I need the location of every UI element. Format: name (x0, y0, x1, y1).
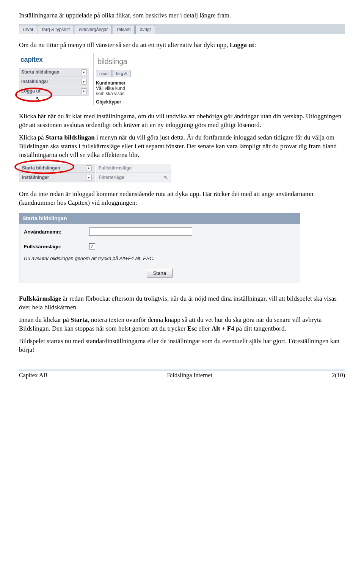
klicka-har-paragraph: Klicka här när du är klar med inställnin… (19, 112, 345, 130)
sidebar-screenshot: capitex Starta bildslingan ▸ Inställning… (19, 53, 345, 105)
logga-ut-paragraph: Om du nu tittar på menyn till vänster så… (19, 41, 345, 50)
objekttyper-label: Objekttyper (96, 99, 131, 105)
brand-capitex: capitex (20, 56, 43, 64)
submenu-fullskarm[interactable]: Fullskärmsläge (96, 163, 171, 172)
brand-bildslinga: bildslinga (97, 57, 127, 66)
kundnummer-desc1: Välj vilka kund (96, 86, 131, 91)
chevron-right-icon: ▸ (81, 69, 87, 75)
cursor-icon: ↖ (164, 174, 168, 180)
fullscreen-checkbox[interactable]: ✓ (89, 243, 95, 249)
tab-farg-typsnitt[interactable]: färg & typsnitt (38, 25, 74, 34)
chevron-right-icon: ▸ (86, 165, 92, 171)
sidebar-starta-bildslingan[interactable]: Starta bildslingan ▸ (19, 67, 89, 77)
start-note: Du avslutar bildslingan genom att trycka… (19, 253, 300, 267)
start-menu-screenshot: Starta bildslingan ▸ Inställningar ▸ Ful… (19, 163, 345, 182)
tab-sidovergangar[interactable]: sidövergångar (75, 25, 112, 34)
chevron-right-icon: ▸ (81, 79, 87, 85)
chevron-right-icon: ▸ (86, 175, 92, 180)
mini-tab-urval[interactable]: urval (96, 70, 112, 77)
brand-row: capitex (19, 53, 89, 67)
start-dialog-title: Starta bildslingan (19, 213, 300, 224)
tab-ovrigt[interactable]: övrigt (135, 25, 155, 34)
footer-company: Capitex AB (19, 372, 47, 379)
footer-divider (19, 370, 345, 370)
tab-urval[interactable]: urval (19, 25, 37, 34)
sidebar-logga-ut[interactable]: Logga ut ▸ (19, 86, 89, 96)
sidebar-installningar[interactable]: Inställningar ▸ (19, 77, 89, 86)
start-dialog: Starta bildslingan Användarnamn: Fullskä… (19, 213, 300, 283)
chevron-right-icon: ▸ (81, 88, 87, 94)
right-panel-fragment: bildslinga urval färg & Kundnummer Välj … (93, 53, 131, 105)
starta-bildslingan-paragraph: Klicka på Starta bildslingan i menyn när… (19, 133, 345, 160)
bildspelet-startas-paragraph: Bildspelet startas nu med standardinstäl… (19, 337, 345, 354)
settings-tabrow: urval färg & typsnitt sidövergångar rekl… (19, 24, 345, 34)
tab-reklam[interactable]: reklam (113, 25, 135, 34)
footer: Capitex AB Bildslinga Internet 2(10) (0, 372, 364, 386)
cursor-icon: ↖ (36, 95, 41, 102)
submenu-fonsterlage[interactable]: Fönsterläge ↖ (96, 172, 171, 182)
fullskarm-paragraph: Fullskärmsläge är redan förbockat efters… (19, 295, 345, 312)
starta-button[interactable]: Starta (147, 269, 173, 278)
innan-starta-paragraph: Innan du klickar på Starta, notera texte… (19, 316, 345, 333)
menu2-installningar[interactable]: Inställningar ▸ (19, 173, 95, 182)
kundnummer-desc2: som ska visas (96, 91, 131, 96)
intro-paragraph: Inställningarna är uppdelade på olika fl… (19, 11, 345, 20)
footer-title: Bildslinga Internet (167, 372, 212, 379)
menu2-starta[interactable]: Starta bildslingan ▸ (19, 163, 95, 173)
kundnummer-label: Kundnummer (96, 80, 131, 86)
fullscreen-label: Fullskärmsläge: (24, 244, 85, 249)
username-input[interactable] (89, 227, 192, 236)
login-info-paragraph: Om du inte redan är inloggad kommer neda… (19, 190, 345, 207)
mini-tab-farg[interactable]: färg & (113, 70, 130, 77)
footer-page: 2(10) (332, 372, 345, 379)
username-label: Användarnamn: (24, 229, 85, 235)
